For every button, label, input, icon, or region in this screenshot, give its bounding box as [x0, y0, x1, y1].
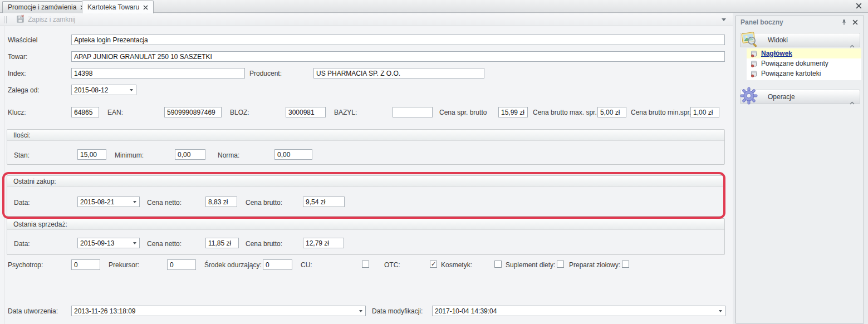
- product-card-form: Właściciel Towar: Index: Producent: Zale…: [0, 26, 733, 324]
- chevron-down-icon: [359, 310, 362, 312]
- zakup-cena-netto-field[interactable]: [205, 197, 237, 207]
- towar-field[interactable]: [71, 51, 725, 62]
- suplement-diety-checkbox[interactable]: [557, 261, 564, 268]
- data-utworzenia-value: 2013-11-26 13:18:09: [74, 307, 136, 315]
- index-field[interactable]: [71, 68, 245, 78]
- sidebar-item-naglowek[interactable]: Nagłówek: [747, 48, 861, 58]
- sprzedaz-data-dropdown[interactable]: 2015-09-13: [77, 238, 140, 248]
- sidebar-item-powiazane-kartoteki[interactable]: Powiązane kartoteki: [747, 68, 861, 78]
- tab-close-icon[interactable]: [143, 5, 148, 10]
- chevron-down-icon: [133, 242, 136, 244]
- zakup-data-dropdown[interactable]: 2015-08-21: [77, 197, 140, 207]
- kosmetyk-label: Kosmetyk:: [441, 261, 472, 269]
- save-icon: [16, 14, 24, 24]
- tab-label: Kartoteka Towaru: [87, 3, 139, 11]
- ostatni-zakup-group-title: Ostatni zakup:: [7, 176, 724, 187]
- ostatnia-sprzedaz-group-title: Ostania sprzedaż:: [7, 219, 724, 230]
- prekursor-field[interactable]: [167, 259, 196, 270]
- save-and-close-button[interactable]: Zapisz i zamknij: [16, 14, 75, 24]
- chevron-down-icon: [719, 310, 722, 312]
- ean-field[interactable]: [164, 107, 222, 117]
- ilosci-group: Ilości: Stan: Minimum: Norma:: [7, 129, 725, 165]
- tab-bar: Promocje i zamówienia Kartoteka Towaru: [0, 0, 868, 13]
- psychotrop-field[interactable]: [71, 259, 100, 270]
- data-utworzenia-dropdown[interactable]: 2013-11-26 13:18:09: [71, 306, 366, 316]
- pin-icon[interactable]: [841, 19, 847, 26]
- zalega-od-dropdown[interactable]: 2015-08-12: [71, 85, 136, 95]
- ostatni-zakup-group: Ostatni zakup: Data: 2015-08-21 Cena net…: [7, 175, 725, 217]
- zalega-od-label: Zalega od:: [8, 86, 40, 94]
- norma-label: Norma:: [218, 151, 239, 159]
- sidebar-item-label: Powiązane dokumenty: [761, 60, 828, 67]
- sidebar-item-label: Powiązane kartoteki: [761, 70, 821, 77]
- close-icon[interactable]: [856, 3, 862, 9]
- left-edge-divider: [4, 26, 4, 324]
- data-utworzenia-label: Data utworzenia:: [8, 307, 58, 315]
- cena-brutto-max-label: Cena brutto max. spr.: [533, 109, 597, 116]
- wlasciciel-field[interactable]: [71, 35, 725, 45]
- norma-field[interactable]: [274, 149, 312, 160]
- bloz-field[interactable]: [286, 107, 326, 117]
- cena-spr-brutto-label: Cena spr. brutto: [439, 109, 487, 116]
- section-operacje-label: Operacje: [768, 93, 795, 101]
- sidebar-item-label: Nagłówek: [761, 50, 792, 57]
- side-panel: Panel boczny Widoki: [735, 16, 864, 323]
- wlasciciel-label: Właściciel: [8, 36, 37, 44]
- cena-brutto-min-label: Cena brutto min.spr.: [631, 109, 691, 116]
- cena-brutto-min-field[interactable]: [690, 107, 719, 117]
- sprzedaz-cena-brutto-field[interactable]: [303, 238, 344, 248]
- cena-brutto-max-field[interactable]: [597, 107, 626, 117]
- sprzedaz-cena-netto-field[interactable]: [205, 238, 239, 248]
- srodek-odurzajacy-label: Środek odurzający:: [204, 261, 262, 269]
- prekursor-label: Prekursor:: [109, 261, 139, 269]
- otc-checkbox[interactable]: ✓: [430, 261, 437, 268]
- save-button-label: Zapisz i zamknij: [28, 16, 75, 23]
- close-icon[interactable]: [852, 19, 859, 26]
- otc-label: OTC:: [384, 261, 400, 269]
- zakup-cena-netto-label: Cena netto:: [147, 199, 182, 207]
- side-panel-title: Panel boczny: [741, 18, 783, 26]
- gear-icon: [739, 86, 758, 107]
- producent-field[interactable]: [313, 68, 484, 78]
- klucz-label: Klucz:: [8, 109, 26, 116]
- preparat-ziolowy-checkbox[interactable]: [622, 261, 629, 268]
- bazyl-label: BAZYL:: [334, 109, 357, 116]
- zakup-cena-brutto-label: Cena brutto:: [246, 199, 282, 207]
- index-label: Index:: [8, 70, 26, 77]
- sprzedaz-cena-brutto-label: Cena brutto:: [246, 240, 282, 248]
- toolbar-grip[interactable]: [4, 16, 7, 23]
- tab-label: Promocje i zamówienia: [8, 3, 76, 11]
- kosmetyk-checkbox[interactable]: [494, 261, 502, 268]
- stan-label: Stan:: [14, 151, 30, 159]
- producent-label: Producent:: [249, 70, 282, 77]
- ilosci-group-title: Ilości:: [7, 130, 724, 141]
- tab-kartoteka-towaru[interactable]: Kartoteka Towaru: [82, 1, 154, 13]
- sprzedaz-data-label: Data:: [14, 240, 30, 248]
- cu-checkbox[interactable]: [362, 261, 369, 268]
- sidebar-item-powiazane-dokumenty[interactable]: Powiązane dokumenty: [747, 58, 861, 68]
- bazyl-field[interactable]: [393, 107, 433, 117]
- data-modyfikacji-value: 2017-10-04 14:39:04: [435, 307, 497, 315]
- klucz-field[interactable]: [71, 107, 99, 117]
- bloz-label: BLOZ:: [230, 109, 249, 116]
- minimum-field[interactable]: [175, 149, 205, 160]
- toolbar-overflow-icon[interactable]: [722, 18, 726, 21]
- data-modyfikacji-label: Data modyfikacji:: [372, 307, 423, 315]
- tab-promocje-i-zamowienia[interactable]: Promocje i zamówienia: [2, 1, 91, 13]
- srodek-odurzajacy-field[interactable]: [263, 259, 292, 270]
- cena-spr-brutto-field[interactable]: [498, 107, 528, 117]
- data-modyfikacji-dropdown[interactable]: 2017-10-04 14:39:04: [432, 306, 725, 316]
- ostatnia-sprzedaz-group: Ostania sprzedaż: Data: 2015-09-13 Cena …: [7, 218, 725, 255]
- zakup-data-value: 2015-08-21: [80, 198, 114, 206]
- chevron-down-icon: [130, 89, 133, 91]
- views-list: Nagłówek Powiązane dokumenty Powiązane: [747, 48, 861, 80]
- sprzedaz-cena-netto-label: Cena netto:: [147, 240, 182, 248]
- suplement-diety-label: Suplement diety:: [506, 261, 555, 269]
- section-widoki-label: Widoki: [768, 36, 788, 44]
- stan-field[interactable]: [77, 149, 106, 160]
- zakup-cena-brutto-field[interactable]: [303, 197, 345, 207]
- chevron-down-icon: [133, 201, 136, 203]
- sprzedaz-data-value: 2015-09-13: [80, 239, 114, 247]
- psychotrop-label: Psychotrop:: [8, 261, 43, 269]
- toolbar: Zapisz i zamknij: [0, 13, 733, 26]
